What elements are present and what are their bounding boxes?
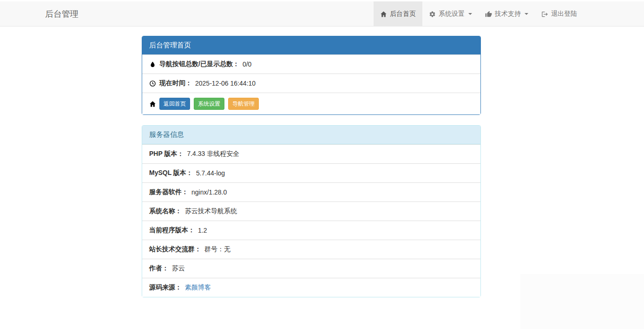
- row-value: nginx/1.28.0: [191, 188, 227, 196]
- row-label: 系统名称：: [149, 207, 182, 215]
- stats-label: 导航按钮总数/已显示总数：: [159, 60, 239, 68]
- server-info-row-system-name: 系统名称： 苏云技术导航系统: [142, 201, 480, 221]
- time-row: 现在时间： 2025-12-06 16:44:10: [142, 74, 480, 93]
- row-value: 苏云技术导航系统: [185, 207, 237, 215]
- nav-item-label: 系统设置: [439, 10, 465, 18]
- server-info-row-source: 源码来源： 素颜博客: [142, 278, 480, 297]
- logout-icon: [541, 11, 548, 18]
- gear-icon: [429, 11, 436, 18]
- nav-manage-button[interactable]: 导航管理: [228, 98, 259, 110]
- nav-item-label: 技术支持: [495, 10, 521, 18]
- row-label: 作者：: [149, 264, 169, 273]
- corner-shade: [520, 274, 644, 329]
- stats-value: 0/0: [243, 60, 251, 68]
- thumbs-up-icon: [485, 11, 492, 18]
- row-value: 群号：无: [204, 245, 230, 254]
- row-label: PHP 版本：: [149, 150, 184, 158]
- row-value: 7.4.33 非线程安全: [187, 150, 239, 158]
- home-icon: [149, 101, 156, 107]
- nav-item-logout[interactable]: 退出登陆: [535, 1, 584, 27]
- nav-item-label: 后台首页: [390, 10, 416, 18]
- row-value: 5.7.44-log: [196, 169, 225, 177]
- system-settings-button[interactable]: 系统设置: [194, 98, 224, 110]
- server-info-row-php: PHP 版本： 7.4.33 非线程安全: [142, 144, 480, 163]
- nav-item-tech-support[interactable]: 技术支持: [479, 1, 535, 27]
- clock-icon: [149, 80, 156, 87]
- back-home-button[interactable]: 返回首页: [159, 98, 190, 110]
- nav-item-system-settings[interactable]: 系统设置: [422, 1, 479, 27]
- dashboard-panel: 后台管理首页 导航按钮总数/已显示总数： 0/0 现在时间： 2025-12-0…: [142, 36, 481, 115]
- server-info-panel: 服务器信息 PHP 版本： 7.4.33 非线程安全 MySQL 版本： 5.7…: [142, 125, 481, 297]
- row-label: 服务器软件：: [149, 188, 188, 196]
- server-info-row-author: 作者： 苏云: [142, 259, 480, 278]
- row-label: MySQL 版本：: [149, 169, 193, 177]
- source-blog-link[interactable]: 素颜博客: [185, 283, 211, 292]
- chevron-down-icon: [468, 13, 472, 15]
- nav-item-home[interactable]: 后台首页: [374, 1, 422, 27]
- droplet-icon: [149, 61, 156, 68]
- stats-row: 导航按钮总数/已显示总数： 0/0: [142, 54, 480, 74]
- time-label: 现在时间：: [159, 79, 192, 87]
- server-info-row-qq-group: 站长技术交流群： 群号：无: [142, 240, 480, 259]
- time-value: 2025-12-06 16:44:10: [195, 80, 256, 87]
- nav-item-label: 退出登陆: [551, 10, 577, 18]
- row-label: 站长技术交流群：: [149, 245, 201, 254]
- row-value: 苏云: [172, 264, 185, 273]
- dashboard-panel-title: 后台管理首页: [142, 36, 480, 54]
- server-info-panel-title: 服务器信息: [142, 126, 480, 144]
- navbar-menu: 后台首页 系统设置 技术支持 退出登陆: [374, 1, 584, 27]
- row-label: 源码来源：: [149, 283, 182, 292]
- row-value: 1.2: [198, 227, 207, 234]
- brand-title[interactable]: 后台管理: [45, 1, 79, 27]
- server-info-row-software: 服务器软件： nginx/1.28.0: [142, 182, 480, 201]
- row-label: 当前程序版本：: [149, 226, 195, 235]
- server-info-row-mysql: MySQL 版本： 5.7.44-log: [142, 163, 480, 182]
- chevron-down-icon: [525, 13, 528, 15]
- home-icon: [380, 11, 387, 18]
- actions-row: 返回首页 系统设置 导航管理: [142, 93, 480, 114]
- server-info-row-version: 当前程序版本： 1.2: [142, 221, 480, 240]
- main-content: 后台管理首页 导航按钮总数/已显示总数： 0/0 现在时间： 2025-12-0…: [142, 36, 481, 297]
- navbar: 后台管理 后台首页 系统设置 技术支持 退出登陆: [0, 1, 644, 27]
